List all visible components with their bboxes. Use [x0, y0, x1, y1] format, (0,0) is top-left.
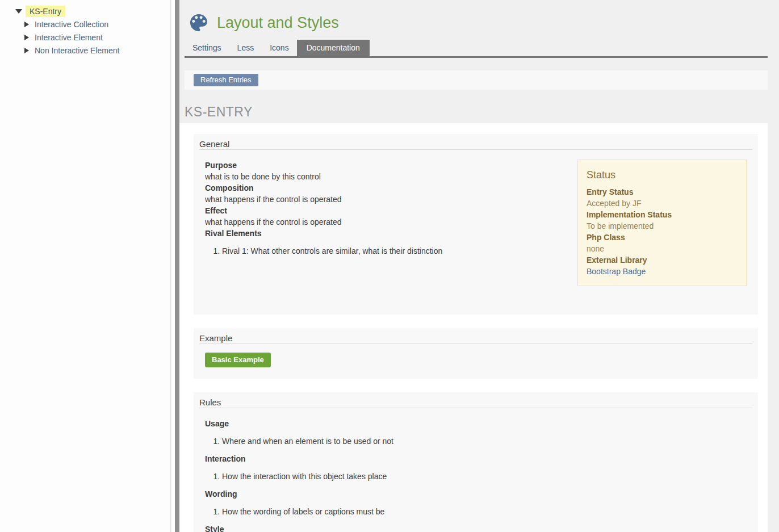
tab-less[interactable]: Less	[229, 40, 262, 56]
tree-expander-icon[interactable]	[24, 48, 29, 53]
tree-item[interactable]: Non Interactive Element	[0, 44, 170, 57]
field-term: Wording	[205, 488, 752, 500]
main-area: Layout and Styles SettingsLessIconsDocum…	[179, 0, 779, 532]
status-item: Php Class none	[587, 232, 738, 254]
toolbar: Refresh Entries	[185, 70, 768, 90]
status-box-title: Status	[587, 169, 738, 181]
field: Usage Where and when an element is to be…	[205, 418, 752, 447]
status-item: Implementation Status To be implemented	[587, 209, 738, 232]
field-list-item: Where and when an element is to be used …	[222, 435, 752, 447]
status-item-value[interactable]: Bootstrap Badge	[587, 266, 738, 277]
status-item-label: Entry Status	[587, 186, 738, 198]
tree-item-label[interactable]: Interactive Element	[32, 32, 105, 43]
tree-expander-icon[interactable]	[24, 35, 29, 40]
field-list-item: How the interaction with this object tak…	[222, 471, 752, 482]
field-term: Interaction	[205, 453, 752, 464]
rules-panel-body: Usage Where and when an element is to be…	[199, 408, 752, 532]
status-item-value: To be implemented	[587, 220, 738, 232]
content-card: General Status Entry Status Accepted by …	[179, 123, 768, 532]
status-items: Entry Status Accepted by JF Implementati…	[587, 186, 738, 277]
example-panel: Example Basic Example	[194, 328, 758, 379]
tree-item[interactable]: Interactive Element	[0, 31, 170, 44]
status-item-label: Php Class	[587, 232, 738, 243]
field-list-item: How the wording of labels or captions mu…	[222, 506, 752, 517]
divider	[199, 344, 752, 344]
tree-item-label[interactable]: Interactive Collection	[32, 19, 111, 30]
sidebar: KS-Entry Interactive Collection Interact…	[0, 0, 171, 532]
palette-icon	[187, 11, 210, 34]
field-list: How the interaction with this object tak…	[205, 471, 752, 482]
status-item-value: none	[587, 243, 738, 254]
sidebar-tree: KS-Entry Interactive Collection Interact…	[0, 0, 170, 57]
field: Wording How the wording of labels or cap…	[205, 488, 752, 517]
status-item: Entry Status Accepted by JF	[587, 186, 738, 209]
tree-expander-icon[interactable]	[15, 9, 22, 14]
basic-example-badge: Basic Example	[205, 353, 271, 367]
tab-settings[interactable]: Settings	[185, 40, 229, 56]
sidebar-splitter[interactable]	[175, 0, 179, 532]
tree-expander-icon[interactable]	[24, 22, 29, 27]
rules-panel-title: Rules	[199, 397, 752, 408]
tree-item[interactable]: KS-Entry	[0, 5, 170, 18]
status-item-label: Implementation Status	[587, 209, 738, 220]
status-box: Status Entry Status Accepted by JF Imple…	[577, 160, 747, 286]
tree-item[interactable]: Interactive Collection	[0, 18, 170, 31]
field-term: Usage	[205, 418, 752, 429]
field-list: Where and when an element is to be used …	[205, 435, 752, 447]
general-panel-title: General	[199, 139, 752, 149]
field-list: How the wording of labels or captions mu…	[205, 506, 752, 517]
refresh-entries-button[interactable]: Refresh Entries	[194, 74, 258, 86]
status-item: External Library Bootstrap Badge	[587, 254, 738, 277]
page-header: Layout and Styles	[179, 0, 779, 34]
rules-panel: Rules Usage Where and when an element is…	[194, 392, 758, 532]
status-item-value: Accepted by JF	[587, 198, 738, 209]
entry-title: KS-ENTRY	[185, 104, 779, 119]
general-panel: General Status Entry Status Accepted by …	[194, 134, 758, 315]
tree-item-label[interactable]: Non Interactive Element	[32, 45, 122, 56]
field: Interaction How the interaction with thi…	[205, 453, 752, 482]
status-item-label: External Library	[587, 254, 738, 266]
tree-item-label[interactable]: KS-Entry	[26, 6, 65, 17]
example-panel-title: Example	[199, 333, 752, 344]
tab-documentation[interactable]: Documentation	[297, 40, 370, 56]
tabs: SettingsLessIconsDocumentation	[185, 40, 768, 58]
field: Style	[205, 523, 752, 532]
tab-icons[interactable]: Icons	[262, 40, 296, 56]
page-title: Layout and Styles	[217, 11, 339, 34]
general-panel-body: Status Entry Status Accepted by JF Imple…	[199, 150, 752, 292]
rules-fields: Usage Where and when an element is to be…	[205, 418, 752, 532]
field-term: Style	[205, 523, 752, 532]
